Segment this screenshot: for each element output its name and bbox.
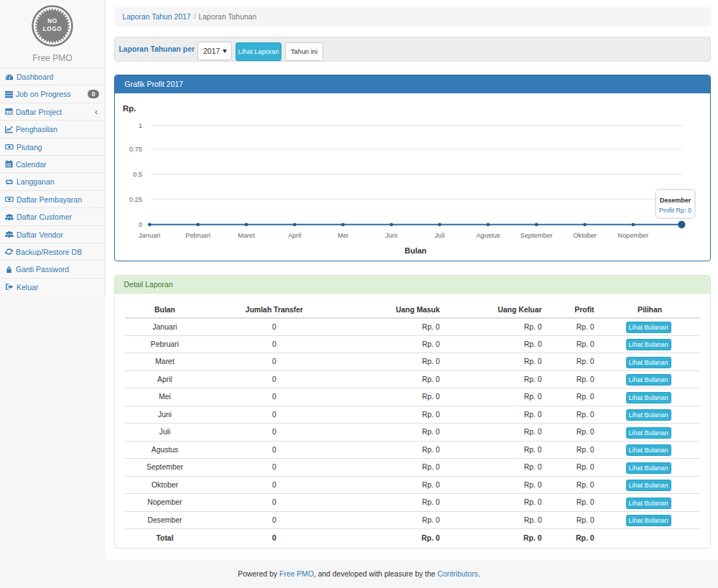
svg-text:Nopember: Nopember: [617, 232, 648, 239]
svg-text:April: April: [288, 232, 301, 239]
svg-text:Pebruari: Pebruari: [185, 232, 210, 239]
svg-text:Oktober: Oktober: [573, 232, 597, 239]
svg-text:Juni: Juni: [385, 232, 397, 239]
svg-text:Juli: Juli: [434, 232, 444, 239]
svg-text:Rp.: Rp.: [123, 104, 136, 113]
svg-text:Bulan: Bulan: [404, 246, 426, 255]
svg-text:LOGO: LOGO: [43, 26, 62, 32]
svg-text:0: 0: [138, 221, 141, 228]
svg-text:NO: NO: [47, 18, 57, 24]
svg-text:Januari: Januari: [139, 232, 160, 239]
svg-text:Mei: Mei: [337, 232, 348, 239]
svg-text:0.5: 0.5: [133, 171, 142, 178]
svg-text:Profit Rp: 0: Profit Rp: 0: [658, 207, 691, 214]
svg-text:Agustus: Agustus: [476, 232, 500, 239]
svg-text:Maret: Maret: [238, 232, 255, 239]
svg-text:0.75: 0.75: [129, 146, 142, 153]
svg-text:September: September: [520, 232, 552, 239]
svg-text:1: 1: [138, 122, 141, 129]
svg-text:Desember: Desember: [659, 197, 691, 204]
svg-text:0.25: 0.25: [129, 196, 142, 203]
